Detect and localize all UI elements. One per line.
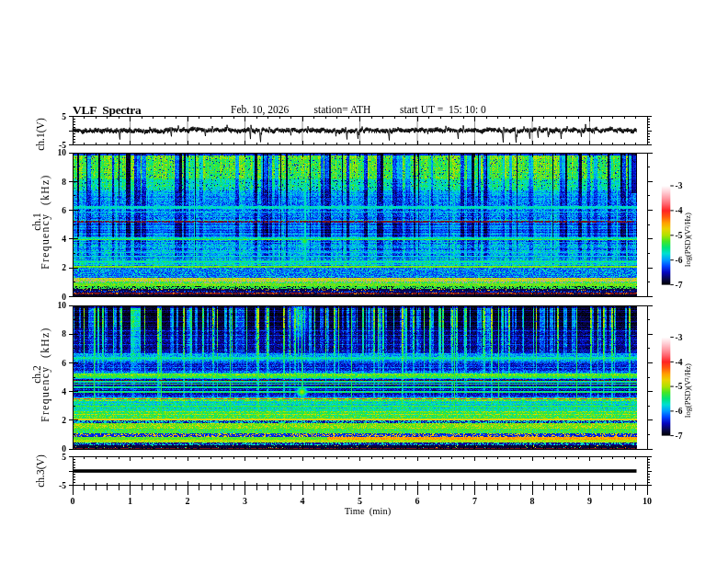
svg-text:5: 5	[62, 453, 66, 462]
svg-text:2: 2	[186, 496, 190, 506]
svg-text:-5: -5	[676, 231, 683, 240]
svg-text:-5: -5	[676, 382, 683, 391]
svg-text:ch.3(V): ch.3(V)	[35, 454, 47, 488]
svg-text:5: 5	[62, 112, 66, 121]
svg-text:-4: -4	[676, 358, 683, 367]
svg-text:-6: -6	[676, 407, 683, 416]
svg-text:9: 9	[587, 496, 592, 506]
svg-text:4: 4	[62, 235, 66, 244]
svg-text:station= ATH: station= ATH	[314, 104, 371, 115]
svg-text:10: 10	[58, 148, 67, 157]
svg-text:3: 3	[243, 496, 247, 506]
svg-text:-7: -7	[676, 281, 683, 290]
svg-text:0: 0	[71, 496, 75, 506]
svg-text:Feb. 10, 2026: Feb. 10, 2026	[231, 104, 290, 116]
svg-text:0: 0	[62, 293, 66, 302]
svg-text:8: 8	[530, 496, 535, 506]
svg-text:-3: -3	[676, 181, 683, 190]
svg-text:10: 10	[643, 496, 652, 506]
svg-text:6: 6	[62, 359, 66, 368]
svg-text:start UT = 15: 10: 0: start UT = 15: 10: 0	[400, 104, 486, 115]
svg-text:6: 6	[415, 496, 420, 506]
svg-text:ch.1(V): ch.1(V)	[35, 118, 47, 151]
svg-text:VLF Spectra: VLF Spectra	[73, 103, 142, 117]
svg-text:-7: -7	[676, 431, 683, 441]
svg-text:8: 8	[62, 329, 66, 339]
svg-text:-5: -5	[59, 481, 66, 490]
svg-text:Frequency (kHz): Frequency (kHz)	[40, 327, 51, 422]
svg-text:2: 2	[62, 416, 66, 425]
svg-text:5: 5	[358, 496, 362, 506]
svg-text:-4: -4	[676, 206, 683, 215]
svg-text:8: 8	[62, 178, 66, 187]
svg-text:2: 2	[62, 263, 66, 272]
svg-text:4: 4	[62, 387, 66, 396]
svg-text:-6: -6	[676, 256, 683, 265]
svg-text:log(PSD)(V²/Hz): log(PSD)(V²/Hz)	[683, 213, 692, 267]
svg-text:6: 6	[62, 206, 66, 215]
svg-text:-3: -3	[676, 333, 683, 342]
svg-text:1: 1	[128, 496, 132, 506]
svg-text:7: 7	[472, 496, 477, 506]
svg-text:Time (min): Time (min)	[345, 506, 392, 517]
svg-text:4: 4	[301, 496, 305, 506]
svg-text:Frequency (kHz): Frequency (kHz)	[40, 174, 51, 270]
svg-text:10: 10	[58, 301, 67, 310]
svg-text:log(PSD)(V²/Hz): log(PSD)(V²/Hz)	[683, 363, 692, 418]
